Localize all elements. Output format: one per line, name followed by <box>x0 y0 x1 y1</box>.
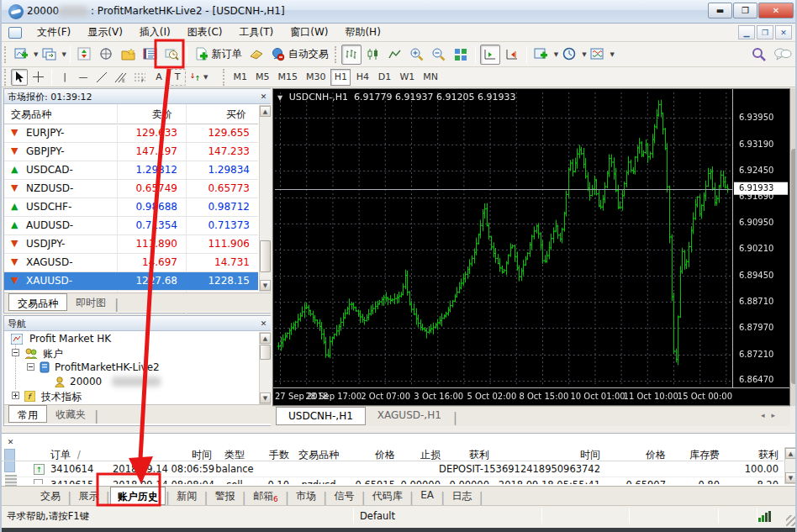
column-symbol[interactable]: 交易品种 <box>11 108 51 122</box>
horizontal-line-tool-button[interactable]: — <box>75 69 92 86</box>
channel-tool-button[interactable]: E <box>112 69 129 86</box>
scroll-up-icon[interactable]: ▲ <box>785 448 796 459</box>
collapse-icon[interactable] <box>12 349 19 356</box>
column-bid[interactable]: 卖价 <box>152 108 172 122</box>
tab-code-base[interactable]: 代码库 <box>366 487 409 505</box>
tab-trade[interactable]: 交易 <box>34 487 67 505</box>
chart-canvas[interactable] <box>273 89 789 405</box>
tab-favorites[interactable]: 收藏夹 <box>47 405 94 423</box>
new-chart-button[interactable] <box>11 45 31 65</box>
chart-tab-usdcnh[interactable]: USDCNH-,H1 <box>276 407 366 425</box>
chart-window[interactable] <box>272 88 790 406</box>
auto-scroll-button[interactable] <box>480 45 500 65</box>
templates-button[interactable] <box>588 45 608 65</box>
candle-chart-type-button[interactable] <box>363 45 383 65</box>
scroll-up-icon[interactable]: ▲ <box>260 333 271 344</box>
menu-insert[interactable]: 插入(I) <box>131 24 179 41</box>
arrows-tool-button[interactable]: ▼ <box>187 69 210 86</box>
scrollbar-thumb[interactable] <box>791 149 797 384</box>
market-watch-scrollbar[interactable]: ▲ ▼ <box>259 105 272 292</box>
cursor-tool-button[interactable] <box>11 69 28 86</box>
vertical-line-tool-button[interactable]: | <box>56 69 73 86</box>
toolbar-grip[interactable] <box>335 46 338 63</box>
chart-area-scrollbar[interactable] <box>790 88 797 406</box>
auto-trading-button[interactable]: 自动交易 <box>268 45 331 65</box>
chart-shift-button[interactable] <box>502 45 522 65</box>
tree-item-server[interactable]: ProfitMarketHK-Live2 <box>4 361 258 375</box>
close-icon[interactable]: ✕ <box>258 91 269 102</box>
mdi-restore-button[interactable]: ❐ <box>757 25 773 40</box>
toolbar-grip[interactable] <box>4 69 8 86</box>
fibonacci-tool-button[interactable]: F <box>131 69 149 86</box>
market-watch-row[interactable]: USDCAD-1.298121.29834 <box>4 161 258 180</box>
bar-chart-type-button[interactable] <box>341 45 362 65</box>
tab-ea[interactable]: EA <box>414 487 441 505</box>
menu-tools[interactable]: 工具(T) <box>231 24 282 41</box>
market-watch-toggle-button[interactable] <box>75 45 95 65</box>
line-chart-type-button[interactable] <box>385 45 405 65</box>
market-watch-row[interactable]: XAGUSD-14.69714.731 <box>4 254 258 272</box>
history-row-trade-clipped[interactable]: 3410615 2018.09.14 08:08:04 sell 0.10 nz… <box>2 477 784 484</box>
toolbar-grip[interactable] <box>4 46 8 63</box>
timeframe-m5-button[interactable]: M5 <box>252 69 273 86</box>
history-row-balance[interactable]: ↑ 3410614 2018.09.14 08:06:59 balance DE… <box>2 461 784 477</box>
menu-charts[interactable]: 图表(C) <box>179 24 231 41</box>
zoom-in-button[interactable] <box>407 45 427 65</box>
mdi-minimize-button[interactable]: ▁ <box>738 25 755 40</box>
toolbar-grip[interactable] <box>223 69 226 86</box>
timeframe-m30-button[interactable]: M30 <box>303 69 330 86</box>
new-order-button[interactable]: 新订单 <box>192 45 245 65</box>
periods-dropdown[interactable]: ▼ <box>582 51 586 58</box>
crosshair-tool-button[interactable] <box>29 69 47 86</box>
market-watch-row[interactable]: USDCHF-0.986880.98712 <box>4 198 258 217</box>
market-watch-row[interactable]: AUDUSD-0.713540.71373 <box>4 217 258 235</box>
navigator-toggle-button[interactable] <box>119 45 139 65</box>
scroll-down-icon[interactable]: ▼ <box>260 280 271 291</box>
tab-journal[interactable]: 日志 <box>445 487 478 505</box>
collapse-icon[interactable] <box>27 363 34 371</box>
close-button[interactable]: ✕ <box>758 3 794 18</box>
terminal-toggle-button[interactable] <box>140 45 161 65</box>
menu-window[interactable]: 窗口(W) <box>282 24 336 41</box>
chart-tab-xagusd[interactable]: XAGUSD-,H1 <box>366 407 453 425</box>
templates-dropdown[interactable]: ▼ <box>610 51 615 58</box>
resize-grip[interactable] <box>786 515 797 526</box>
indicators-dropdown[interactable]: ▼ <box>554 51 558 58</box>
new-chart-dropdown[interactable]: ▼ <box>34 51 38 58</box>
text-tool-button[interactable]: A <box>150 69 167 86</box>
tab-alerts[interactable]: 警报 <box>208 487 242 505</box>
market-watch-row[interactable]: EURJPY-129.633129.655 <box>4 124 258 143</box>
chat-button[interactable] <box>773 47 792 62</box>
expand-icon[interactable] <box>12 392 19 399</box>
tab-tick-chart[interactable]: 即时图 <box>67 293 114 311</box>
timeframe-m1-button[interactable]: M1 <box>230 69 251 86</box>
tab-signals[interactable]: 信号 <box>327 487 361 505</box>
timeframe-m15-button[interactable]: M15 <box>274 69 301 86</box>
maximize-button[interactable]: ❐ <box>733 3 757 18</box>
scrollbar-thumb[interactable] <box>260 240 271 272</box>
column-ask[interactable]: 买价 <box>226 108 246 122</box>
profiles-button[interactable] <box>39 45 59 65</box>
timeframe-h4-button[interactable]: H4 <box>352 69 372 86</box>
timeframe-w1-button[interactable]: W1 <box>396 69 418 86</box>
mdi-close-button[interactable]: ✕ <box>775 25 792 40</box>
market-watch-row-selected[interactable]: XAUUSD-1227.681228.15 <box>4 272 258 291</box>
close-icon[interactable]: ✕ <box>258 318 269 329</box>
menu-file[interactable]: 文件(F) <box>29 24 79 41</box>
indicators-button[interactable] <box>531 45 552 65</box>
tab-symbols[interactable]: 交易品种 <box>8 293 67 311</box>
periods-button[interactable] <box>559 45 579 65</box>
scrollbar-thumb[interactable] <box>260 345 271 360</box>
tree-item-broker[interactable]: Profit Market HK <box>4 332 258 346</box>
tab-mailbox[interactable]: 邮箱6 <box>246 487 285 505</box>
tree-item-account[interactable]: 20000 <box>4 375 258 389</box>
navigator-scrollbar[interactable]: ▲ ▼ <box>259 332 272 404</box>
market-watch-row[interactable]: NZDUSD-0.657490.65773 <box>4 180 258 198</box>
zoom-out-button[interactable] <box>429 45 449 65</box>
text-label-tool-button[interactable]: T <box>169 69 186 86</box>
timeframe-d1-button[interactable]: D1 <box>374 69 394 86</box>
profiles-dropdown[interactable]: ▼ <box>61 51 66 58</box>
timeframe-h1-button[interactable]: H1 <box>330 69 351 86</box>
scroll-down-icon[interactable]: ▼ <box>785 472 796 483</box>
strategy-tester-button[interactable] <box>162 45 182 65</box>
